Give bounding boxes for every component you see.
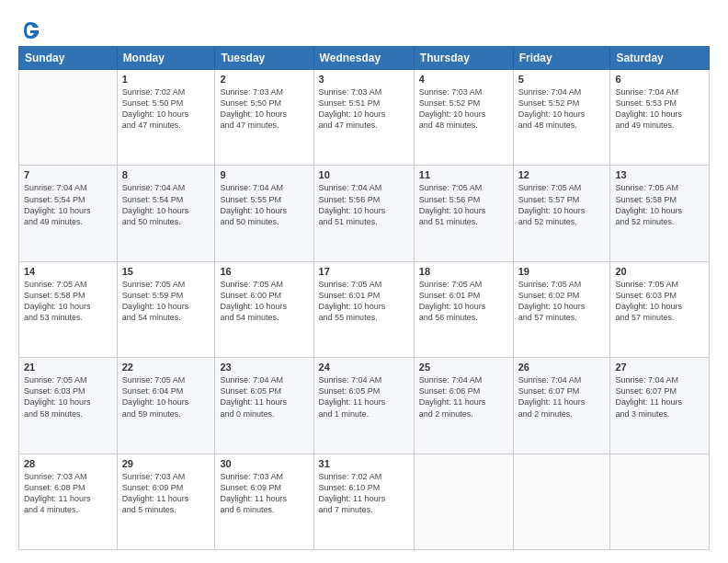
cell-content: Sunrise: 7:03 AM Sunset: 5:50 PM Dayligh… (220, 86, 308, 132)
calendar-cell: 31Sunrise: 7:02 AM Sunset: 6:10 PM Dayli… (313, 454, 414, 549)
calendar-cell: 4Sunrise: 7:03 AM Sunset: 5:52 PM Daylig… (414, 70, 513, 166)
day-header-friday: Friday (513, 47, 610, 70)
day-number: 28 (24, 458, 112, 469)
calendar-cell: 16Sunrise: 7:05 AM Sunset: 6:00 PM Dayli… (215, 261, 313, 357)
day-number: 5 (518, 74, 606, 85)
calendar-cell: 29Sunrise: 7:03 AM Sunset: 6:09 PM Dayli… (117, 454, 215, 549)
day-number: 20 (615, 266, 704, 277)
calendar-cell: 2Sunrise: 7:03 AM Sunset: 5:50 PM Daylig… (215, 70, 313, 166)
cell-content: Sunrise: 7:05 AM Sunset: 5:59 PM Dayligh… (122, 279, 210, 324)
cell-content: Sunrise: 7:05 AM Sunset: 6:04 PM Dayligh… (122, 374, 210, 419)
calendar-cell (513, 454, 610, 549)
day-number: 21 (24, 362, 112, 373)
cell-content: Sunrise: 7:05 AM Sunset: 5:58 PM Dayligh… (24, 279, 112, 324)
calendar-table: SundayMondayTuesdayWednesdayThursdayFrid… (18, 46, 710, 550)
day-number: 7 (24, 169, 112, 180)
day-number: 9 (220, 169, 308, 180)
cell-content: Sunrise: 7:04 AM Sunset: 5:55 PM Dayligh… (220, 182, 308, 227)
calendar-cell: 13Sunrise: 7:05 AM Sunset: 5:58 PM Dayli… (610, 166, 710, 261)
day-number: 4 (419, 74, 508, 85)
logo (18, 20, 40, 39)
cell-content: Sunrise: 7:03 AM Sunset: 6:09 PM Dayligh… (122, 471, 210, 516)
day-number: 11 (419, 169, 508, 180)
calendar-cell (414, 454, 513, 549)
header (18, 17, 710, 39)
calendar-cell: 20Sunrise: 7:05 AM Sunset: 6:03 PM Dayli… (610, 261, 710, 357)
calendar-cell: 15Sunrise: 7:05 AM Sunset: 5:59 PM Dayli… (117, 261, 215, 357)
cell-content: Sunrise: 7:05 AM Sunset: 6:03 PM Dayligh… (24, 374, 112, 419)
cell-content: Sunrise: 7:02 AM Sunset: 6:10 PM Dayligh… (319, 471, 409, 516)
day-number: 16 (220, 266, 308, 277)
cell-content: Sunrise: 7:05 AM Sunset: 5:56 PM Dayligh… (419, 182, 508, 227)
cell-content: Sunrise: 7:04 AM Sunset: 5:54 PM Dayligh… (24, 182, 112, 227)
cell-content: Sunrise: 7:05 AM Sunset: 5:57 PM Dayligh… (518, 182, 606, 227)
cell-content: Sunrise: 7:04 AM Sunset: 6:05 PM Dayligh… (220, 374, 308, 419)
calendar-cell: 23Sunrise: 7:04 AM Sunset: 6:05 PM Dayli… (215, 358, 313, 454)
calendar-week-3: 14Sunrise: 7:05 AM Sunset: 5:58 PM Dayli… (19, 261, 710, 357)
day-number: 14 (24, 266, 112, 277)
day-number: 19 (518, 266, 606, 277)
day-number: 8 (122, 169, 210, 180)
day-header-tuesday: Tuesday (215, 47, 313, 70)
calendar-cell: 27Sunrise: 7:04 AM Sunset: 6:07 PM Dayli… (610, 358, 710, 454)
cell-content: Sunrise: 7:04 AM Sunset: 6:05 PM Dayligh… (319, 374, 409, 419)
day-number: 24 (319, 362, 409, 373)
cell-content: Sunrise: 7:04 AM Sunset: 6:07 PM Dayligh… (518, 374, 606, 419)
calendar-cell: 9Sunrise: 7:04 AM Sunset: 5:55 PM Daylig… (215, 166, 313, 261)
cell-content: Sunrise: 7:04 AM Sunset: 5:53 PM Dayligh… (615, 86, 704, 132)
calendar-cell: 12Sunrise: 7:05 AM Sunset: 5:57 PM Dayli… (513, 166, 610, 261)
calendar-cell: 28Sunrise: 7:03 AM Sunset: 6:08 PM Dayli… (19, 454, 118, 549)
cell-content: Sunrise: 7:03 AM Sunset: 6:09 PM Dayligh… (220, 471, 308, 516)
day-number: 17 (319, 266, 409, 277)
cell-content: Sunrise: 7:04 AM Sunset: 5:52 PM Dayligh… (518, 86, 606, 132)
day-number: 30 (220, 458, 308, 469)
day-number: 25 (419, 362, 508, 373)
calendar-week-5: 28Sunrise: 7:03 AM Sunset: 6:08 PM Dayli… (19, 454, 710, 549)
calendar-cell: 3Sunrise: 7:03 AM Sunset: 5:51 PM Daylig… (313, 70, 414, 166)
day-header-wednesday: Wednesday (313, 47, 414, 70)
day-number: 26 (518, 362, 606, 373)
day-number: 2 (220, 74, 308, 85)
calendar-cell (19, 70, 118, 166)
day-number: 12 (518, 169, 606, 180)
day-number: 15 (122, 266, 210, 277)
calendar-header-row: SundayMondayTuesdayWednesdayThursdayFrid… (19, 47, 710, 70)
day-number: 18 (419, 266, 508, 277)
calendar-cell: 17Sunrise: 7:05 AM Sunset: 6:01 PM Dayli… (313, 261, 414, 357)
calendar-cell: 14Sunrise: 7:05 AM Sunset: 5:58 PM Dayli… (19, 261, 118, 357)
calendar-cell: 7Sunrise: 7:04 AM Sunset: 5:54 PM Daylig… (19, 166, 118, 261)
page: SundayMondayTuesdayWednesdayThursdayFrid… (0, 0, 728, 563)
day-number: 22 (122, 362, 210, 373)
calendar-cell: 8Sunrise: 7:04 AM Sunset: 5:54 PM Daylig… (117, 166, 215, 261)
cell-content: Sunrise: 7:05 AM Sunset: 6:00 PM Dayligh… (220, 279, 308, 324)
day-number: 23 (220, 362, 308, 373)
cell-content: Sunrise: 7:05 AM Sunset: 6:01 PM Dayligh… (419, 279, 508, 324)
calendar-cell: 25Sunrise: 7:04 AM Sunset: 6:06 PM Dayli… (414, 358, 513, 454)
calendar-cell: 26Sunrise: 7:04 AM Sunset: 6:07 PM Dayli… (513, 358, 610, 454)
cell-content: Sunrise: 7:04 AM Sunset: 5:56 PM Dayligh… (319, 182, 409, 227)
day-number: 27 (615, 362, 704, 373)
cell-content: Sunrise: 7:03 AM Sunset: 5:51 PM Dayligh… (319, 86, 409, 132)
day-number: 6 (615, 74, 704, 85)
calendar-week-2: 7Sunrise: 7:04 AM Sunset: 5:54 PM Daylig… (19, 166, 710, 261)
day-header-monday: Monday (117, 47, 215, 70)
calendar-cell: 24Sunrise: 7:04 AM Sunset: 6:05 PM Dayli… (313, 358, 414, 454)
calendar-cell: 10Sunrise: 7:04 AM Sunset: 5:56 PM Dayli… (313, 166, 414, 261)
calendar-cell: 19Sunrise: 7:05 AM Sunset: 6:02 PM Dayli… (513, 261, 610, 357)
cell-content: Sunrise: 7:05 AM Sunset: 6:03 PM Dayligh… (615, 279, 704, 324)
day-header-saturday: Saturday (610, 47, 710, 70)
day-number: 13 (615, 169, 704, 180)
cell-content: Sunrise: 7:05 AM Sunset: 6:01 PM Dayligh… (319, 279, 409, 324)
calendar-cell: 30Sunrise: 7:03 AM Sunset: 6:09 PM Dayli… (215, 454, 313, 549)
cell-content: Sunrise: 7:03 AM Sunset: 6:08 PM Dayligh… (24, 471, 112, 516)
calendar-cell: 21Sunrise: 7:05 AM Sunset: 6:03 PM Dayli… (19, 358, 118, 454)
cell-content: Sunrise: 7:04 AM Sunset: 6:06 PM Dayligh… (419, 374, 508, 419)
calendar-cell: 22Sunrise: 7:05 AM Sunset: 6:04 PM Dayli… (117, 358, 215, 454)
cell-content: Sunrise: 7:05 AM Sunset: 5:58 PM Dayligh… (615, 182, 704, 227)
calendar-week-4: 21Sunrise: 7:05 AM Sunset: 6:03 PM Dayli… (19, 358, 710, 454)
calendar-cell: 18Sunrise: 7:05 AM Sunset: 6:01 PM Dayli… (414, 261, 513, 357)
cell-content: Sunrise: 7:04 AM Sunset: 6:07 PM Dayligh… (615, 374, 704, 419)
calendar-cell: 6Sunrise: 7:04 AM Sunset: 5:53 PM Daylig… (610, 70, 710, 166)
day-number: 3 (319, 74, 409, 85)
day-number: 10 (319, 169, 409, 180)
